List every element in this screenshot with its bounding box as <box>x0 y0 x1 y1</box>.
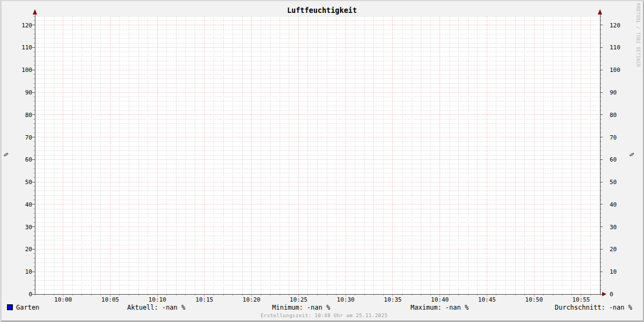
y-tick-label-right: 40 <box>610 201 617 208</box>
x-tick-label: 10:25 <box>290 296 308 303</box>
y-tick-label-right: 60 <box>610 156 617 163</box>
y-tick-label-left: 20 <box>25 246 32 253</box>
stat-aktuell-label: Aktuell: <box>127 304 158 311</box>
x-tick-label: 10:00 <box>54 296 72 303</box>
rrdtool-graph-window: Luftfeuchtigkeit 10:0010:0510:1010:1510:… <box>0 0 644 322</box>
y-tick-label-right: 100 <box>610 67 620 74</box>
x-tick-label: 10:45 <box>478 296 496 303</box>
y-tick-label-right: 80 <box>610 112 617 119</box>
x-tick-label: 10:20 <box>243 296 260 303</box>
stat-minimum-value: -nan % <box>307 304 330 311</box>
x-tick-label: 10:40 <box>431 296 449 303</box>
stat-minimum: Minimum:-nan % <box>272 304 330 311</box>
stat-maximum-value: -nan % <box>445 304 469 311</box>
y-axis-unit-right: % <box>628 152 635 156</box>
y-axis-unit-left: % <box>3 152 10 156</box>
y-tick-label-left: 30 <box>25 224 32 231</box>
legend-color-swatch <box>7 304 13 310</box>
y-tick-label-right: 20 <box>610 246 617 253</box>
stat-minimum-label: Minimum: <box>272 304 303 311</box>
y-tick-label-left: 60 <box>25 156 32 163</box>
stat-aktuell: Aktuell:-nan % <box>127 304 185 311</box>
stat-maximum: Maximum:-nan % <box>411 304 469 311</box>
y-tick-label-right: 10 <box>610 268 617 275</box>
rrdtool-watermark: RRDTOOL / TOBI OETIKER <box>635 3 640 67</box>
y-tick-label-right: 90 <box>610 89 617 96</box>
x-tick-label: 10:35 <box>384 296 401 303</box>
creation-timestamp: Erstellungszeit: 10:48 Uhr am 25.11.2025 <box>0 313 644 318</box>
stat-durchschnitt: Durchschnitt:-nan % <box>555 304 632 311</box>
x-tick-label: 10:30 <box>337 296 355 303</box>
legend-and-stats-row: Garten Aktuell:-nan % Minimum:-nan % Max… <box>0 304 644 311</box>
chart-plot-area: 10:0010:0510:1010:1510:2010:2510:3010:35… <box>0 0 644 322</box>
y-tick-label-left: 120 <box>21 22 32 29</box>
stat-aktuell-value: -nan % <box>162 304 185 311</box>
y-tick-label-right: 0 <box>610 291 613 298</box>
y-tick-label-left: 70 <box>25 134 32 141</box>
y-tick-label-left: 90 <box>25 89 32 96</box>
y-tick-label-left: 110 <box>21 44 32 51</box>
stat-durchschnitt-label: Durchschnitt: <box>555 304 605 311</box>
y-tick-label-left: 80 <box>25 112 32 119</box>
y-tick-label-left: 10 <box>25 268 32 275</box>
x-tick-label: 10:05 <box>101 296 119 303</box>
x-tick-label: 10:55 <box>572 296 590 303</box>
y-tick-label-right: 110 <box>610 44 620 51</box>
x-tick-label: 10:10 <box>149 296 166 303</box>
stat-durchschnitt-value: -nan % <box>609 304 632 311</box>
x-tick-label: 10:50 <box>525 296 543 303</box>
x-tick-label: 10:15 <box>195 296 213 303</box>
stat-maximum-label: Maximum: <box>411 304 442 311</box>
legend-series-label: Garten <box>16 304 39 311</box>
y-tick-label-right: 120 <box>610 22 620 29</box>
y-tick-label-right: 30 <box>610 224 617 231</box>
y-tick-label-left: 50 <box>25 179 32 186</box>
y-tick-label-left: 100 <box>21 67 32 74</box>
y-tick-label-left: 0 <box>28 291 32 298</box>
y-tick-label-right: 50 <box>610 179 617 186</box>
y-tick-label-left: 40 <box>25 201 32 208</box>
ticks-major-x <box>63 294 581 297</box>
y-tick-label-right: 70 <box>610 134 617 141</box>
